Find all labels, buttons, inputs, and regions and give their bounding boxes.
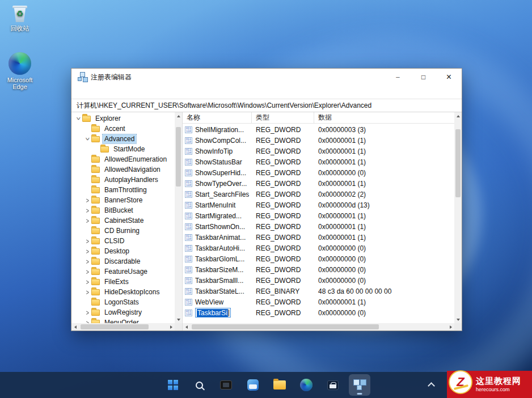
scroll-right-icon[interactable] (167, 323, 175, 331)
chevron-icon[interactable] (84, 217, 91, 224)
desktop-icon-edge[interactable]: Microsoft Edge (1, 52, 39, 90)
tree-item[interactable]: FeatureUsage (71, 266, 175, 277)
reg-dword-icon (185, 202, 192, 209)
menu-item[interactable] (75, 91, 84, 94)
store-button[interactable] (322, 374, 344, 396)
tree-item[interactable]: MenuOrder (71, 317, 175, 323)
scrollbar-thumb[interactable] (176, 127, 181, 187)
scrollbar-thumb[interactable] (455, 129, 461, 197)
scroll-up-icon[interactable] (175, 112, 182, 120)
column-header-name[interactable]: 名称 (183, 112, 252, 123)
tray-chevron-up-icon[interactable] (428, 382, 434, 388)
tree-item[interactable]: FileExts (71, 277, 175, 287)
registry-value-row[interactable]: StartMenuInit REG_DWORD 0x0000000d (13) (183, 200, 454, 210)
scroll-left-icon[interactable] (71, 323, 79, 331)
tree-item[interactable]: CLSID (71, 236, 175, 246)
list-vertical-scrollbar[interactable] (454, 112, 462, 323)
scrollbar-thumb[interactable] (192, 324, 379, 329)
task-view-button[interactable] (216, 374, 237, 396)
registry-value-row[interactable]: ShowTypeOver... REG_DWORD 0x00000001 (1) (183, 178, 454, 189)
minimize-button[interactable] (385, 69, 411, 86)
reg-dword-icon (185, 191, 192, 198)
registry-value-row[interactable]: ShowInfoTip REG_DWORD 0x00000001 (1) (183, 146, 454, 156)
tree-item[interactable]: Accent (71, 124, 175, 134)
tree-item[interactable]: Desktop (71, 246, 175, 256)
menu-item[interactable] (84, 91, 93, 94)
registry-value-row[interactable]: Start_SearchFiles REG_DWORD 0x00000002 (… (183, 189, 454, 200)
chevron-icon[interactable] (84, 309, 91, 316)
search-button[interactable] (189, 374, 210, 396)
tree-item[interactable]: LogonStats (71, 297, 175, 307)
chevron-icon[interactable] (84, 268, 91, 275)
tree-item[interactable]: AutoplayHandlers (71, 175, 175, 185)
rename-input[interactable]: TaskbarSi (195, 308, 231, 317)
registry-value-row[interactable]: ShowSuperHid... REG_DWORD 0x00000000 (0) (183, 167, 454, 178)
chevron-icon[interactable] (84, 258, 91, 265)
scrollbar-thumb[interactable] (81, 324, 149, 329)
tree-item[interactable]: BamThrottling (71, 185, 175, 195)
close-button[interactable] (436, 69, 462, 86)
column-header-type[interactable]: 类型 (252, 112, 314, 123)
edge-button[interactable] (295, 374, 317, 396)
taskbar-app-icon (247, 379, 259, 391)
menu-item[interactable] (93, 91, 102, 94)
chevron-icon[interactable] (84, 248, 91, 255)
tree-item[interactable]: AllowedNavigation (71, 164, 175, 175)
maximize-button[interactable] (411, 69, 436, 86)
desktop-icon-recycle-bin[interactable]: ♻ 回收站 (1, 5, 39, 33)
registry-value-row[interactable]: TaskbarGlomL... REG_DWORD 0x00000000 (0) (183, 253, 454, 264)
chevron-icon[interactable] (84, 207, 91, 214)
chevron-icon[interactable] (84, 197, 91, 204)
tree-item[interactable]: LowRegistry (71, 307, 175, 317)
tree-item[interactable]: Explorer (71, 113, 175, 124)
registry-value-row[interactable]: ShowCompCol... REG_DWORD 0x00000001 (1) (183, 135, 454, 146)
chevron-icon[interactable] (84, 278, 91, 285)
tree-vertical-scrollbar[interactable] (175, 112, 182, 323)
registry-editor-button[interactable] (349, 374, 370, 396)
registry-value-row[interactable]: TaskbarSmallI... REG_DWORD 0x00000000 (0… (183, 275, 454, 286)
tree-item[interactable]: Discardable (71, 256, 175, 266)
registry-value-row[interactable]: ShowStatusBar REG_DWORD 0x00000001 (1) (183, 156, 454, 167)
tree-item[interactable]: AllowedEnumeration (71, 154, 175, 164)
chevron-icon[interactable] (84, 136, 91, 142)
tree-item-label: HideDesktopIcons (103, 287, 161, 297)
tree-item[interactable]: BitBucket (71, 205, 175, 215)
registry-value-row-editing[interactable]: TaskbarSi REG_DWORD 0x00000000 (0) (183, 307, 454, 318)
registry-value-row[interactable]: TaskbarAutoHi... REG_DWORD 0x00000000 (0… (183, 243, 454, 253)
column-header-data[interactable]: 数据 (314, 112, 454, 123)
tree-item[interactable]: StartMode (71, 144, 175, 154)
start-button[interactable] (162, 374, 184, 396)
tree-item[interactable]: BannerStore (71, 195, 175, 205)
scroll-down-icon[interactable] (175, 316, 182, 323)
file-explorer-button[interactable] (269, 374, 290, 396)
registry-value-row[interactable]: StartShownOn... REG_DWORD 0x00000001 (1) (183, 221, 454, 232)
address-bar[interactable]: 计算机\HKEY_CURRENT_USER\Software\Microsoft… (71, 99, 462, 112)
scroll-right-icon[interactable] (447, 323, 454, 331)
tree-item[interactable]: Advanced (71, 134, 175, 144)
scroll-up-icon[interactable] (454, 112, 462, 120)
registry-value-row[interactable]: ShellMigration... REG_DWORD 0x00000003 (… (183, 124, 454, 135)
chevron-icon[interactable] (75, 115, 82, 122)
title-bar[interactable]: 注册表编辑器 (71, 69, 462, 86)
menu-item[interactable] (102, 91, 111, 94)
registry-value-row[interactable]: StartMigrated... REG_DWORD 0x00000001 (1… (183, 210, 454, 221)
tree-item[interactable]: CabinetState (71, 215, 175, 226)
menu-item[interactable] (111, 91, 120, 94)
value-name: TaskbarStateL... (195, 287, 244, 295)
registry-value-row[interactable]: TaskbarStateL... REG_BINARY 48 c3 da 60 … (183, 286, 454, 297)
registry-value-row[interactable]: TaskbarSizeM... REG_DWORD 0x00000000 (0) (183, 264, 454, 275)
chevron-icon[interactable] (84, 289, 91, 295)
scroll-down-icon[interactable] (454, 316, 462, 323)
reg-dword-icon (185, 126, 192, 133)
tree-item[interactable]: HideDesktopIcons (71, 287, 175, 297)
registry-tree: Explorer Accent Advanced (71, 113, 175, 323)
widgets-button[interactable] (242, 374, 264, 396)
registry-value-row[interactable]: WebView REG_DWORD 0x00000001 (1) (183, 297, 454, 307)
registry-value-row[interactable]: TaskbarAnimat... REG_DWORD 0x00000001 (1… (183, 232, 454, 243)
chevron-icon[interactable] (84, 238, 91, 244)
tree-item[interactable]: CD Burning (71, 226, 175, 236)
chevron-icon[interactable] (84, 319, 91, 323)
list-horizontal-scrollbar[interactable] (183, 323, 454, 331)
tree-horizontal-scrollbar[interactable] (71, 323, 175, 331)
scroll-left-icon[interactable] (183, 323, 190, 331)
